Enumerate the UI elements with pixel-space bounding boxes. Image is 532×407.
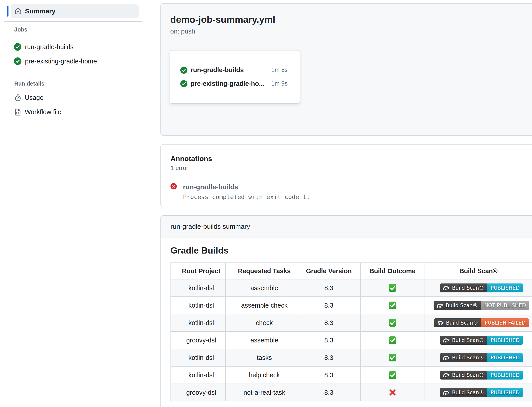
build-scan-badge[interactable]: Build Scan® PUBLISHED bbox=[440, 371, 523, 380]
check-circle-icon bbox=[180, 80, 187, 87]
green-check-emoji-icon bbox=[388, 354, 396, 362]
table-header-row: Root Project Requested Tasks Gradle Vers… bbox=[171, 263, 532, 279]
cell-gradle-version: 8.3 bbox=[297, 279, 361, 297]
gradle-elephant-icon bbox=[442, 390, 450, 395]
build-scan-badge[interactable]: Build Scan® NOT PUBLISHED bbox=[433, 301, 529, 310]
selected-accent-bar bbox=[7, 6, 8, 16]
sidebar-item-workflow-file[interactable]: Workflow file bbox=[14, 108, 61, 116]
build-scan-status: PUBLISH FAILED bbox=[481, 318, 529, 327]
workflow-graph-card: run-gradle-builds 1m 8s pre-existing-gra… bbox=[170, 50, 300, 104]
build-scan-badge-label: Build Scan® bbox=[440, 283, 487, 292]
column-header-build-scan: Build Scan® bbox=[424, 263, 532, 279]
build-outcome-icon bbox=[361, 319, 424, 327]
graph-job-run-gradle-builds[interactable]: run-gradle-builds 1m 8s bbox=[180, 66, 288, 74]
sidebar-item-run-gradle-builds[interactable]: run-gradle-builds bbox=[14, 43, 74, 51]
build-scan-badge-label: Build Scan® bbox=[440, 353, 487, 362]
cell-build-scan: Build Scan® PUBLISHED bbox=[424, 331, 532, 349]
cell-build-scan: Build Scan® PUBLISHED bbox=[424, 384, 532, 401]
cell-root-project: kotlin-dsl bbox=[171, 314, 226, 331]
graph-job-label: run-gradle-builds bbox=[190, 66, 244, 74]
sidebar-item-pre-existing-gradle-home[interactable]: pre-existing-gradle-home bbox=[14, 57, 97, 65]
cell-root-project: kotlin-dsl bbox=[171, 349, 226, 366]
build-scan-badge[interactable]: Build Scan® PUBLISH FAILED bbox=[434, 318, 529, 327]
cell-build-scan: Build Scan® NOT PUBLISHED bbox=[424, 297, 532, 314]
annotation-item: run-gradle-builds Process completed with… bbox=[170, 183, 532, 201]
workflow-overview-card: demo-job-summary.yml on: push run-gradle… bbox=[160, 3, 532, 136]
check-circle-icon bbox=[14, 57, 22, 65]
build-scan-badge-label: Build Scan® bbox=[434, 318, 481, 327]
red-cross-emoji-icon bbox=[388, 388, 397, 397]
cell-root-project: kotlin-dsl bbox=[171, 279, 226, 297]
sidebar-item-usage[interactable]: Usage bbox=[14, 94, 44, 102]
sidebar: Summary Jobs run-gradle-builds pre-exist… bbox=[0, 0, 147, 407]
cell-gradle-version: 8.3 bbox=[297, 349, 361, 366]
graph-job-label: pre-existing-gradle-ho... bbox=[190, 80, 264, 87]
cell-requested-tasks: check bbox=[226, 314, 297, 331]
cell-root-project: kotlin-dsl bbox=[171, 297, 226, 314]
annotation-job-link[interactable]: run-gradle-builds bbox=[183, 183, 310, 191]
gradle-builds-heading: Gradle Builds bbox=[170, 245, 532, 256]
stopwatch-icon bbox=[14, 94, 22, 102]
gradle-elephant-icon bbox=[442, 372, 450, 378]
cell-root-project: groovy-dsl bbox=[171, 384, 226, 401]
gradle-elephant-icon bbox=[436, 320, 444, 325]
build-outcome-icon bbox=[361, 354, 424, 362]
cell-gradle-version: 8.3 bbox=[297, 366, 361, 384]
gradle-elephant-icon bbox=[436, 303, 444, 308]
build-scan-status: PUBLISHED bbox=[487, 283, 523, 292]
build-scan-badge[interactable]: Build Scan® PUBLISHED bbox=[440, 283, 523, 292]
workflow-file-label: Workflow file bbox=[25, 108, 61, 116]
workflow-title: demo-job-summary.yml bbox=[161, 4, 532, 25]
green-check-emoji-icon bbox=[388, 319, 396, 327]
table-row: kotlin-dsl assemble check 8.3 Build Scan… bbox=[171, 297, 532, 314]
cell-requested-tasks: assemble check bbox=[226, 297, 297, 314]
build-outcome-icon bbox=[361, 284, 424, 292]
cell-gradle-version: 8.3 bbox=[297, 331, 361, 349]
check-circle-icon bbox=[180, 67, 187, 74]
cell-build-outcome bbox=[361, 366, 424, 384]
cell-build-outcome bbox=[361, 349, 424, 366]
job-label: run-gradle-builds bbox=[25, 43, 74, 51]
build-outcome-icon bbox=[361, 388, 424, 397]
build-scan-badge[interactable]: Build Scan® PUBLISHED bbox=[440, 336, 523, 345]
build-scan-badge[interactable]: Build Scan® PUBLISHED bbox=[440, 353, 523, 362]
check-circle-icon bbox=[14, 43, 22, 51]
build-scan-badge-label: Build Scan® bbox=[440, 388, 487, 397]
cell-gradle-version: 8.3 bbox=[297, 314, 361, 331]
job-label: pre-existing-gradle-home bbox=[25, 58, 97, 65]
table-row: groovy-dsl assemble 8.3 Build Scan® PUBL… bbox=[171, 331, 532, 349]
gradle-builds-table: Root Project Requested Tasks Gradle Vers… bbox=[170, 262, 532, 401]
cell-requested-tasks: tasks bbox=[226, 349, 297, 366]
cell-root-project: kotlin-dsl bbox=[171, 366, 226, 384]
cell-build-scan: Build Scan® PUBLISHED bbox=[424, 349, 532, 366]
cell-requested-tasks: help check bbox=[226, 366, 297, 384]
gradle-elephant-icon bbox=[442, 337, 450, 343]
sidebar-item-summary[interactable]: Summary bbox=[11, 4, 139, 18]
table-row: groovy-dsl not-a-real-task 8.3 Build Sca… bbox=[171, 384, 532, 401]
job-summary-card: run-gradle-builds summary Gradle Builds … bbox=[160, 215, 532, 407]
build-scan-status: PUBLISHED bbox=[487, 371, 523, 380]
cell-build-scan: Build Scan® PUBLISHED bbox=[424, 366, 532, 384]
column-header-build-outcome: Build Outcome bbox=[361, 263, 424, 279]
gradle-elephant-icon bbox=[442, 355, 450, 360]
cell-requested-tasks: not-a-real-task bbox=[226, 384, 297, 401]
cell-build-outcome bbox=[361, 331, 424, 349]
cell-build-outcome bbox=[361, 297, 424, 314]
build-scan-badge[interactable]: Build Scan® PUBLISHED bbox=[440, 388, 523, 397]
build-outcome-icon bbox=[361, 371, 424, 379]
graph-job-duration: 1m 8s bbox=[271, 67, 288, 73]
annotations-error-count: 1 error bbox=[170, 165, 532, 172]
job-summary-card-header: run-gradle-builds summary bbox=[161, 216, 532, 237]
build-outcome-icon bbox=[361, 301, 424, 309]
column-header-requested-tasks: Requested Tasks bbox=[226, 263, 297, 279]
build-scan-badge-label: Build Scan® bbox=[440, 336, 487, 345]
annotations-card: Annotations 1 error run-gradle-builds Pr… bbox=[160, 144, 532, 207]
build-scan-status: NOT PUBLISHED bbox=[481, 301, 529, 310]
cell-gradle-version: 8.3 bbox=[297, 297, 361, 314]
column-header-gradle-version: Gradle Version bbox=[297, 263, 361, 279]
table-row: kotlin-dsl tasks 8.3 Build Scan® PUBLISH… bbox=[171, 349, 532, 366]
graph-job-pre-existing-gradle-home[interactable]: pre-existing-gradle-ho... 1m 9s bbox=[180, 80, 288, 87]
cell-requested-tasks: assemble bbox=[226, 279, 297, 297]
cell-build-outcome bbox=[361, 314, 424, 331]
build-scan-badge-label: Build Scan® bbox=[440, 371, 487, 380]
